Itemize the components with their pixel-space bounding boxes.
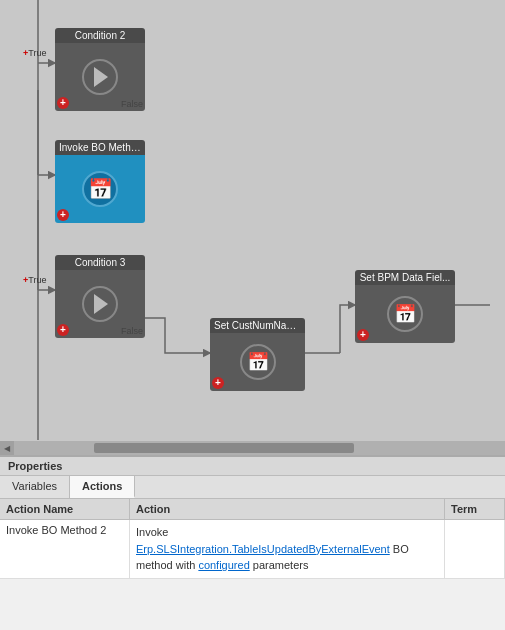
action-invoke-text: Invoke [136, 526, 168, 538]
condition2-true-label: +True [23, 48, 46, 58]
condition2-node[interactable]: Condition 2 + False +True [55, 28, 145, 111]
scrollbar-thumb[interactable] [94, 443, 354, 453]
table-header-row: Action Name Action Term [0, 499, 505, 520]
action-link-2[interactable]: configured [198, 559, 249, 571]
condition3-icon [82, 286, 118, 322]
set-custnum-node[interactable]: Set CustNumNam... + 📅 [210, 318, 305, 391]
set-custnum-header: Set CustNumNam... [210, 318, 305, 333]
tab-variables[interactable]: Variables [0, 476, 70, 498]
cell-action-name: Invoke BO Method 2 [0, 520, 130, 578]
col-action-name: Action Name [0, 499, 130, 519]
set-bpm-node[interactable]: Set BPM Data Fiel... + 📅 [355, 270, 455, 343]
scroll-left-btn[interactable]: ◀ [0, 441, 14, 455]
table-row[interactable]: Invoke BO Method 2 Invoke Erp.SLSIntegra… [0, 520, 505, 579]
condition3-header: Condition 3 [55, 255, 145, 270]
properties-table: Action Name Action Term Invoke BO Method… [0, 499, 505, 630]
invoke-bo-plus[interactable]: + [57, 209, 69, 221]
condition3-plus[interactable]: + [57, 324, 69, 336]
invoke-bo-node[interactable]: Invoke BO Metho... + 📅 [55, 140, 145, 223]
condition3-node[interactable]: Condition 3 + False +True [55, 255, 145, 338]
condition2-icon [82, 59, 118, 95]
properties-title: Properties [0, 457, 505, 476]
canvas-scrollbar[interactable]: ◀ [0, 441, 505, 455]
condition3-true-label: +True [23, 275, 46, 285]
set-bpm-icon: 📅 [387, 296, 423, 332]
action-link-1[interactable]: Erp.SLSIntegration.TableIsUpdatedByExter… [136, 543, 390, 555]
set-bpm-header: Set BPM Data Fiel... [355, 270, 455, 285]
scrollbar-track[interactable] [14, 441, 505, 455]
properties-panel: Properties Variables Actions Action Name… [0, 455, 505, 630]
cell-action: Invoke Erp.SLSIntegration.TableIsUpdated… [130, 520, 445, 578]
set-custnum-plus[interactable]: + [212, 377, 224, 389]
cell-term [445, 520, 505, 578]
tab-actions[interactable]: Actions [70, 476, 135, 498]
set-bpm-plus[interactable]: + [357, 329, 369, 341]
condition2-false-label: False [121, 99, 143, 109]
condition2-plus[interactable]: + [57, 97, 69, 109]
action-text-3: parameters [253, 559, 309, 571]
condition3-false-label: False [121, 326, 143, 336]
set-custnum-icon: 📅 [240, 344, 276, 380]
col-term: Term [445, 499, 505, 519]
col-action: Action [130, 499, 445, 519]
properties-tabs: Variables Actions [0, 476, 505, 499]
canvas-area: Condition 2 + False +True Invoke BO Meth… [0, 0, 505, 455]
invoke-bo-header: Invoke BO Metho... [55, 140, 145, 155]
invoke-bo-icon: 📅 [82, 171, 118, 207]
condition2-header: Condition 2 [55, 28, 145, 43]
